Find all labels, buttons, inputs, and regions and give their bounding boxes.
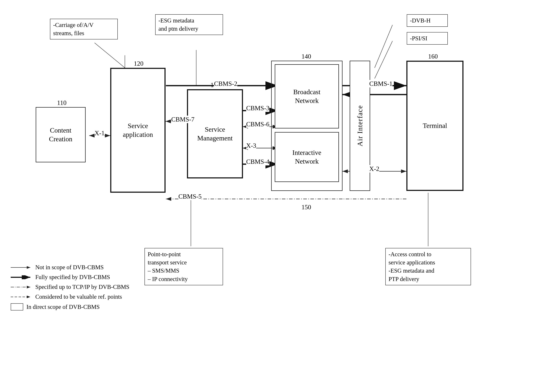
broadcast-network-label: BroadcastNetwork: [293, 88, 320, 105]
content-creation-box: ContentCreation: [36, 107, 86, 162]
x3-label: X-3: [246, 142, 256, 149]
diagram-svg: [0, 0, 535, 392]
terminal-box: Terminal: [406, 61, 463, 191]
label-120: 120: [134, 60, 144, 67]
diagram-container: ContentCreation 110 Serviceapplication 1…: [0, 0, 535, 392]
cbms2-label: CBMS-2: [214, 80, 237, 87]
content-creation-label: ContentCreation: [49, 126, 72, 144]
label-140: 140: [302, 53, 311, 60]
access-control-annotation: -Access control toservice applications-E…: [385, 248, 471, 285]
carriage-text: -Carriage of/A/Vstreams, files: [53, 22, 93, 36]
cbms5-label: CBMS-5: [178, 193, 202, 200]
label-160: 160: [428, 53, 438, 60]
svg-line-9: [95, 43, 125, 68]
legend-thin-text: Not in scope of DVB-CBMS: [35, 264, 104, 271]
dvbh-annotation: -DVB-H: [407, 14, 448, 27]
legend-dashdot-line: [11, 285, 32, 289]
svg-line-22: [375, 25, 392, 68]
point-to-point-annotation: Point-to-pointtransport service– SMS/MMS…: [144, 248, 223, 285]
air-interface-label: Air Interface: [355, 105, 365, 146]
cbms3-label: CBMS-3: [246, 104, 269, 112]
svg-line-23: [375, 41, 392, 79]
cbms1-label: CBMS-1: [369, 80, 392, 87]
air-interface-box: Air Interface: [350, 61, 370, 191]
legend-box-text: In direct scope of DVB-CBMS: [26, 304, 100, 310]
service-management-label: ServiceManagement: [197, 125, 233, 143]
cbms4-label: CBMS-4: [246, 158, 269, 165]
psisi-annotation: -PSI/SI: [407, 32, 448, 45]
esg-text: -ESG metadataand ptm delivery: [158, 17, 198, 32]
cbms7-label: CBMS-7: [171, 116, 195, 123]
carriage-annotation: -Carriage of/A/Vstreams, files: [50, 19, 118, 39]
legend-dashed-arrow: Considered to be valuable ref. points: [11, 294, 129, 300]
service-management-box: ServiceManagement: [187, 89, 243, 178]
x1-label: X-1: [95, 129, 105, 137]
interactive-network-label: InteractiveNetwork: [292, 148, 321, 166]
cbms6-label: CBMS-6: [246, 121, 269, 128]
service-application-box: Serviceapplication: [110, 68, 166, 193]
label-110: 110: [57, 99, 66, 107]
point-to-point-text: Point-to-pointtransport service– SMS/MMS…: [148, 251, 188, 282]
legend-dashed-line: [11, 295, 32, 299]
legend-dashed-text: Considered to be valuable ref. points: [35, 294, 122, 300]
interactive-network-box: InteractiveNetwork: [275, 132, 339, 182]
dvbh-text: -DVB-H: [410, 17, 430, 24]
legend-dashdot-text: Specified up to TCP/IP by DVB-CBMS: [35, 284, 129, 290]
legend-box-shape: [11, 303, 23, 310]
legend-thick-line: [11, 275, 32, 279]
service-application-label: Serviceapplication: [123, 121, 153, 139]
legend-dashdot-arrow: Specified up to TCP/IP by DVB-CBMS: [11, 284, 129, 290]
legend-thick-text: Fully specified by DVB-CBMS: [35, 274, 110, 280]
esg-annotation: -ESG metadataand ptm delivery: [155, 14, 223, 35]
label-150: 150: [302, 203, 311, 211]
terminal-label: Terminal: [423, 121, 447, 130]
legend-thin-arrow: Not in scope of DVB-CBMS: [11, 264, 129, 271]
legend-thin-line: [11, 266, 32, 269]
x2-label: X-2: [369, 165, 379, 173]
legend-thick-arrow: Fully specified by DVB-CBMS: [11, 274, 129, 280]
psisi-text: -PSI/SI: [410, 35, 427, 42]
broadcast-network-box: BroadcastNetwork: [275, 64, 339, 128]
legend-container: Not in scope of DVB-CBMS Fully specified…: [11, 264, 129, 314]
legend-box-item: In direct scope of DVB-CBMS: [11, 303, 129, 310]
access-control-text: -Access control toservice applications-E…: [389, 251, 435, 282]
